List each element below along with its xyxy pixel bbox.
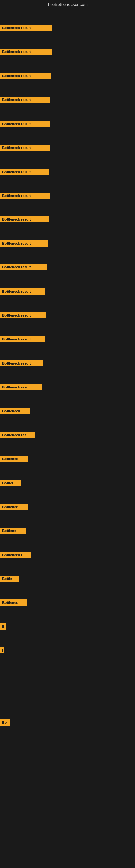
bottleneck-item: Bo: [0, 719, 10, 727]
bottleneck-item: Bottleneck r: [0, 552, 31, 559]
bottleneck-item: Bottleneck: [0, 408, 30, 415]
bottleneck-item: Bottlenec: [0, 504, 28, 511]
bottleneck-label: Bottlenec: [0, 504, 28, 510]
bottleneck-label: Bottle: [0, 576, 19, 582]
bottleneck-label: Bottlene: [0, 528, 26, 534]
bottleneck-label: Bottleneck resul: [0, 384, 42, 390]
bottleneck-item: Bottleneck result: [0, 145, 50, 152]
bottleneck-label: Bottleneck: [0, 408, 30, 414]
bottleneck-label: Bottleneck result: [0, 216, 49, 222]
bottleneck-label: Bottleneck result: [0, 145, 50, 151]
bottleneck-label: |: [0, 647, 4, 653]
bottleneck-item: Bottleneck result: [0, 216, 49, 223]
bottleneck-item: Bottleneck result: [0, 193, 50, 200]
bottleneck-label: Bo: [0, 719, 10, 725]
bottleneck-item: Bottleneck result: [0, 97, 50, 104]
bottleneck-item: Bottlenec: [0, 456, 28, 463]
bottleneck-item: Bottleneck result: [0, 312, 46, 319]
bottleneck-label: Bottleneck result: [0, 121, 50, 127]
bottleneck-label: B: [0, 623, 6, 629]
bottleneck-label: Bottleneck result: [0, 336, 45, 342]
bottleneck-label: Bottleneck result: [0, 360, 43, 367]
bottleneck-label: Bottleneck result: [0, 169, 49, 175]
bottleneck-item: Bottleneck result: [0, 49, 52, 56]
bottleneck-label: Bottleneck result: [0, 73, 51, 79]
bottleneck-item: Bottleneck result: [0, 121, 50, 128]
bottleneck-item: Bottle: [0, 576, 19, 583]
bottleneck-label: Bottleneck res: [0, 432, 35, 438]
bottleneck-item: Bottleneck result: [0, 240, 48, 248]
bottleneck-label: Bottleneck result: [0, 312, 46, 318]
bottleneck-label: Bottleneck result: [0, 25, 52, 31]
bottleneck-item: Bottleneck res: [0, 432, 35, 439]
bottleneck-item: Bottleneck result: [0, 288, 45, 296]
bottleneck-item: |: [0, 647, 4, 654]
bottleneck-label: Bottleneck result: [0, 240, 48, 247]
bottleneck-item: Bottleneck result: [0, 336, 45, 343]
bottleneck-label: Bottlenec: [0, 599, 27, 606]
bottleneck-item: Bottlene: [0, 528, 26, 535]
bottleneck-item: Bottlenec: [0, 599, 27, 607]
bottleneck-label: Bottleneck result: [0, 264, 47, 270]
bottleneck-label: Bottleneck result: [0, 288, 45, 294]
bottleneck-label: Bottleneck r: [0, 552, 31, 558]
bottleneck-item: Bottleneck result: [0, 73, 51, 80]
bottleneck-label: Bottleneck result: [0, 49, 52, 55]
bottleneck-item: Bottleneck result: [0, 25, 52, 32]
bottleneck-label: Bottleneck result: [0, 193, 50, 199]
bottleneck-label: Bottler: [0, 480, 21, 486]
bottleneck-item: Bottleneck result: [0, 360, 43, 368]
site-title: TheBottlenecker.com: [0, 0, 135, 9]
bottleneck-item: Bottleneck resul: [0, 384, 42, 392]
bottleneck-label: Bottlenec: [0, 456, 28, 462]
bottleneck-item: Bottleneck result: [0, 264, 47, 271]
bottleneck-label: Bottleneck result: [0, 97, 50, 103]
bottleneck-item: B: [0, 623, 6, 631]
bottleneck-item: Bottleneck result: [0, 169, 49, 176]
bottleneck-item: Bottler: [0, 480, 21, 487]
